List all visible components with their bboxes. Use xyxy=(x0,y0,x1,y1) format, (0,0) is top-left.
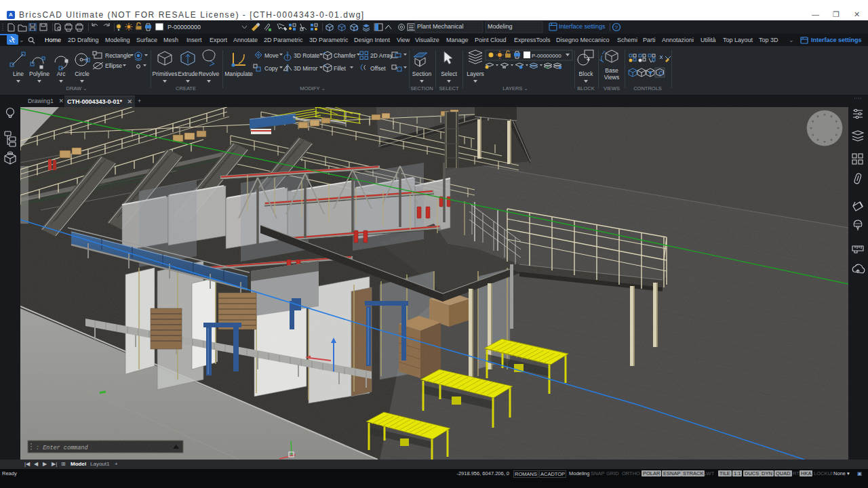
svg-text:Ellipse: Ellipse xyxy=(105,62,122,69)
svg-text:P-00000000: P-00000000 xyxy=(532,53,561,59)
svg-text:CREATE: CREATE xyxy=(176,85,196,92)
svg-text:Views: Views xyxy=(604,74,620,81)
svg-text:Circle: Circle xyxy=(75,70,90,77)
svg-text:BLOCK: BLOCK xyxy=(577,85,594,92)
svg-text:DRAW ⌄: DRAW ⌄ xyxy=(66,85,87,92)
svg-text:?: ? xyxy=(615,24,618,30)
svg-text:Copy: Copy xyxy=(264,65,279,72)
svg-text:CONTROLS: CONTROLS xyxy=(633,85,662,92)
svg-text:2D Array: 2D Array xyxy=(370,52,393,59)
svg-text:VIEWS: VIEWS xyxy=(604,85,620,92)
svg-text:Select: Select xyxy=(441,70,457,77)
svg-text:SELECT: SELECT xyxy=(439,85,459,92)
svg-text:LAYERS ⌄: LAYERS ⌄ xyxy=(502,85,528,92)
svg-text:MODIFY ⌄: MODIFY ⌄ xyxy=(300,85,325,92)
svg-text:3D Mirror: 3D Mirror xyxy=(294,65,318,72)
svg-text:P-00000000: P-00000000 xyxy=(167,24,201,30)
svg-text:SECTION: SECTION xyxy=(410,85,433,92)
svg-text:Chamfer: Chamfer xyxy=(334,52,356,59)
svg-text:Manipulate: Manipulate xyxy=(224,70,253,77)
svg-text:Extrude: Extrude xyxy=(178,70,198,77)
svg-text:Arc: Arc xyxy=(57,70,66,77)
svg-text:Block: Block xyxy=(579,70,594,77)
svg-text:Section: Section xyxy=(412,70,432,77)
svg-text:Polyline: Polyline xyxy=(29,70,50,77)
svg-text:3D Rotate: 3D Rotate xyxy=(294,52,320,59)
svg-text:Fillet: Fillet xyxy=(334,65,347,72)
svg-text:Primitives: Primitives xyxy=(153,70,178,77)
svg-text:Offset: Offset xyxy=(370,65,386,72)
svg-text:Layers: Layers xyxy=(467,70,484,77)
svg-text:Line: Line xyxy=(13,70,24,77)
svg-text:Revolve: Revolve xyxy=(199,70,220,77)
svg-text:Rectangle: Rectangle xyxy=(105,52,132,59)
svg-text:Move: Move xyxy=(264,52,279,59)
svg-text:Base: Base xyxy=(605,67,618,74)
